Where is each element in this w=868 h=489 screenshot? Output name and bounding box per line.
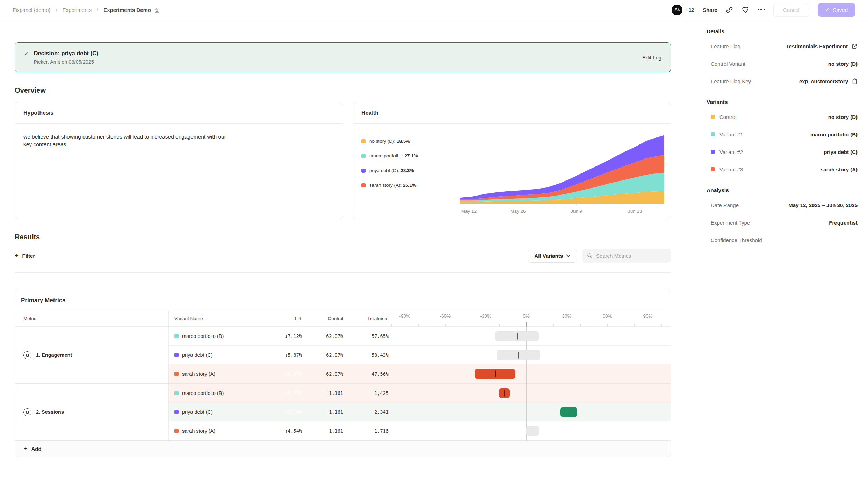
main-content: ✓ Decision: priya debt (C) Picker, Amit … (0, 20, 695, 489)
axis-minor-tick (391, 324, 392, 326)
favorite-button[interactable] (742, 6, 749, 14)
hypothesis-card-title: Hypothesis (15, 102, 343, 124)
add-metric-button[interactable]: + Add (15, 440, 671, 457)
x-axis-label: May 12 (461, 208, 477, 214)
column-lift: Lift (261, 310, 307, 326)
page-title: Experiments Demo (103, 7, 151, 13)
analysis-row: Date RangeMay 12, 2025 – Jun 30, 2025 (707, 196, 858, 214)
health-card: Health no story (D): 18.5%marco portfoli… (353, 102, 671, 219)
column-metric: Metric (15, 310, 169, 326)
treatment-value: 1,425 (374, 390, 389, 396)
metric-group: 1. Engagementmarco portfolio (B)↓7.12%62… (15, 327, 671, 383)
details-row: Feature Flag Keyexp_customerStory (707, 72, 858, 90)
axis-minor-tick (486, 324, 486, 326)
variant-swatch (174, 391, 179, 395)
share-button[interactable]: Share (703, 7, 717, 13)
breadcrumb-experiments[interactable]: Experiments (63, 7, 92, 13)
edit-log-button[interactable]: Edit Log (642, 55, 661, 61)
variants-filter-value: All Variants (534, 253, 563, 259)
more-options-button[interactable] (758, 9, 765, 11)
control-value: 1,161 (329, 428, 343, 434)
sidebar-row-label-text: Variant #2 (719, 149, 743, 155)
column-variant-name: Variant Name (169, 310, 261, 326)
avatar[interactable]: Ak (672, 5, 682, 15)
axis-minor-tick (540, 324, 540, 326)
sidebar-row-value: marco portfolio (B) (810, 132, 858, 137)
hypothesis-text: we believe that showing customer stories… (15, 124, 239, 158)
variants-filter-dropdown[interactable]: All Variants (528, 249, 577, 263)
analysis-row: Experiment TypeFrequentist (707, 214, 858, 231)
results-title: Results (15, 233, 671, 241)
control-cell: 62.07% (307, 346, 349, 364)
collaborators[interactable]: Ak + 12 (672, 5, 694, 15)
sidebar-row-value: no story (D) (828, 61, 858, 67)
sidebar-row-value: Frequentist (829, 220, 858, 226)
lift-value: ↓23.37% (282, 371, 302, 377)
clipboard-button[interactable] (852, 78, 858, 84)
health-legend: no story (D): 18.5%marco portfoli...: 27… (361, 129, 458, 215)
treatment-value: 47.56% (371, 371, 389, 377)
search-metrics-input[interactable] (596, 253, 666, 259)
variants-row: Variant #2priya debt (C) (707, 143, 858, 161)
external-link-button[interactable] (852, 43, 858, 49)
clipboard-icon[interactable] (852, 78, 858, 84)
metric-name-cell: 2. Sessions (15, 384, 169, 440)
primary-metrics-card: Primary Metrics Metric Variant Name Lift… (15, 289, 671, 457)
control-cell: 62.07% (307, 327, 349, 346)
legend-item: priya debt (C): 28.3% (361, 168, 458, 173)
axis-minor-tick (648, 324, 648, 326)
metric-name-cell: 1. Engagement (15, 327, 169, 383)
sidebar-row-label-text: Variant #1 (719, 132, 743, 137)
copy-link-button[interactable] (726, 6, 733, 14)
sidebar-row-value-text: Testimonials Experiment (786, 43, 848, 49)
sidebar-row-value-text: Frequentist (829, 220, 858, 226)
axis-tick-label: 30% (562, 313, 572, 319)
treatment-cell: 2,341 (349, 403, 394, 421)
primary-metrics-title: Primary Metrics (15, 289, 671, 310)
sidebar-row-value-text: no story (D) (828, 61, 858, 67)
sidebar-row-label-text: Confidence Threshold (711, 237, 762, 243)
breadcrumb: Fixpanel {demo} / Experiments / Experime… (13, 7, 160, 13)
variant-swatch (711, 132, 715, 136)
lift-value: ↓16.25% (282, 390, 302, 396)
lift-point-marker (517, 333, 518, 339)
saved-button[interactable]: ✓ Saved (818, 3, 855, 17)
chevron-down-icon (566, 254, 571, 257)
treatment-cell: 1,425 (349, 384, 394, 403)
microscope-icon (154, 7, 160, 13)
legend-item: sarah story (A): 26.1% (361, 183, 458, 188)
cancel-button[interactable]: Cancel (773, 3, 809, 17)
metrics-table-header: Metric Variant Name Lift Control Treatme… (15, 310, 671, 327)
metric-goal-icon (23, 408, 31, 416)
control-value: 62.07% (326, 333, 343, 339)
axis-minor-tick (621, 324, 621, 326)
goal-icon-core (26, 354, 29, 357)
variant-swatch (711, 115, 715, 119)
external-link-icon[interactable] (852, 43, 858, 49)
treatment-cell: 58.43% (349, 346, 394, 364)
hypothesis-card: Hypothesis we believe that showing custo… (15, 102, 343, 219)
variants-row: Variant #3sarah story (A) (707, 161, 858, 178)
sidebar-row-value: Testimonials Experiment (786, 43, 858, 49)
confidence-interval-cell (394, 403, 671, 421)
axis-minor-tick (459, 324, 459, 326)
breadcrumb-project[interactable]: Fixpanel {demo} (13, 7, 50, 13)
add-filter-button[interactable]: + Filter (15, 253, 35, 259)
lift-cell: ↑31.4% (261, 403, 307, 421)
variant-name-cell: sarah story (A) (169, 421, 261, 440)
control-cell: 1,161 (307, 403, 349, 421)
sidebar-row-value: May 12, 2025 – Jun 30, 2025 (788, 202, 858, 208)
legend-item: no story (D): 18.5% (361, 139, 458, 144)
lift-point-marker (518, 352, 519, 358)
confidence-interval-cell (394, 327, 671, 346)
zero-line (526, 402, 527, 421)
legend-label: priya debt (C): 28.3% (369, 168, 414, 173)
axis-minor-tick (418, 324, 419, 326)
lift-value: ↓7.12% (285, 333, 302, 339)
heart-icon (742, 6, 749, 14)
details-title: Details (707, 28, 858, 35)
treatment-value: 58.43% (371, 352, 389, 358)
control-value: 1,161 (329, 409, 343, 415)
lift-point-marker (569, 409, 569, 415)
treatment-value: 2,341 (374, 409, 389, 415)
